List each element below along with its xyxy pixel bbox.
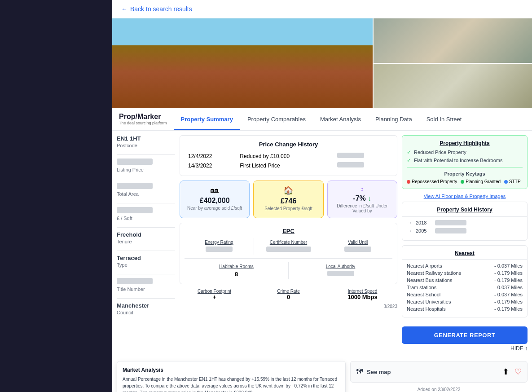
sold-price-blur-2: [435, 228, 466, 233]
highlights-title: Property Highlights: [407, 140, 523, 146]
internet-value: 1000 Mbps: [328, 294, 397, 300]
nearest-box: Nearest Nearest Airports - 0.037 Miles N…: [402, 245, 528, 317]
date-added: 3/2023: [180, 304, 397, 309]
market-analysis-text: Annual Percentage in the Manchester EN1 …: [123, 376, 340, 392]
nearest-bus-value: - 0.179 Miles: [494, 277, 523, 283]
bottom-right: 🗺 See map ⬆ ♡ Added on 23/02/2022 🛏 ROOM…: [350, 361, 528, 392]
property-images: [112, 18, 532, 108]
type-detail: Terraced Type: [117, 255, 175, 268]
tab-sold-in-street[interactable]: Sold In Street: [419, 110, 469, 130]
postcode-label: Postcode: [117, 143, 175, 148]
crime-label: Crime Rate: [254, 289, 323, 294]
sold-history-title: Property Sold History: [407, 207, 523, 213]
epc-row2: Habitable Rooms 8 Local Authority: [185, 258, 392, 279]
generate-report-button[interactable]: GENERATE REPORT: [402, 326, 528, 344]
brand-tagline: The deal sourcing platform: [119, 121, 167, 125]
internet-speed-stat: Internet Speed 1000 Mbps: [328, 289, 397, 300]
nearest-universities-label: Nearest Universities: [407, 299, 451, 304]
crime-value: 0: [254, 294, 323, 300]
type-value: Terraced: [117, 255, 175, 261]
table-row: 12/4/2022 Reduced by £10,000: [185, 151, 391, 161]
sold-year-1: 2018: [416, 220, 431, 225]
listing-price-detail: Listing Price: [117, 159, 175, 172]
epc-cert-value: [266, 247, 311, 252]
share-icon[interactable]: ⬆: [502, 367, 509, 377]
dot-blue: [504, 180, 508, 184]
nearest-tram: Tram stations - 0.037 Miles: [407, 284, 523, 291]
map-actions: ⬆ ♡: [502, 367, 522, 377]
nearest-school-value: - 0.037 Miles: [494, 292, 523, 297]
side-image-bottom[interactable]: [374, 64, 532, 108]
nearby-icon: 🏘: [185, 185, 245, 195]
tenure-value: Freehold: [117, 231, 175, 238]
nearest-airports-label: Nearest Airports: [407, 263, 442, 269]
price-row-price2: [334, 161, 391, 170]
nav-tabs: Prop/Marker The deal sourcing platform P…: [112, 108, 532, 131]
table-row: 14/3/2022 First Listed Price: [185, 161, 391, 170]
dot-green: [461, 180, 464, 184]
listing-price-label: Listing Price: [117, 167, 175, 172]
price-history-table: 12/4/2022 Reduced by £10,000 14/3/2022 F…: [185, 151, 391, 170]
nearest-railway-value: - 0.179 Miles: [494, 270, 523, 276]
epc-cert-label: Certificate Number: [256, 240, 321, 245]
sold-history-box: Property Sold History → 2018 → 2005: [402, 202, 528, 241]
sold-year-2: 2005: [416, 228, 431, 233]
floor-plan-link[interactable]: View AI Floor plan & Property Images: [402, 194, 528, 199]
nearest-airports-value: - 0.037 Miles: [494, 263, 523, 269]
epc-energy-rating: Energy Rating: [185, 238, 254, 255]
type-label: Type: [117, 262, 175, 268]
tab-property-summary[interactable]: Property Summary: [174, 110, 240, 130]
tab-market-analysis[interactable]: Market Analysis: [313, 110, 368, 130]
tab-property-comparables[interactable]: Property Comparables: [240, 110, 313, 130]
keytags-section: Property Keytags Repossessed Property Pl…: [407, 167, 523, 184]
comp-card-nearby: 🏘 £402,000 Near by average sold £/sqft: [180, 181, 250, 218]
price-history-section: Price Change History 12/4/2022 Reduced b…: [180, 135, 397, 176]
selected-icon: 🏠: [258, 185, 318, 195]
highlight-text-1: Reduced Price Property: [414, 150, 466, 155]
price-sqft-detail: £ / Sqft: [117, 207, 175, 221]
total-area-blur: [117, 183, 153, 189]
listing-price-blur: [117, 159, 153, 165]
nearest-airports: Nearest Airports - 0.037 Miles: [407, 262, 523, 269]
postcode-value: EN1 1HT: [117, 135, 175, 142]
comparison-cards: 🏘 £402,000 Near by average sold £/sqft 🏠…: [180, 181, 397, 218]
arrow-icon-1: →: [407, 220, 412, 226]
price-sqft-blur: [117, 207, 153, 213]
back-link[interactable]: ← Back to search results: [121, 5, 192, 13]
carbon-label: Carbon Footprint: [180, 289, 249, 294]
diff-label: Difference in £/sqft Under Valued by: [332, 203, 392, 213]
crime-rate-stat: Crime Rate 0: [254, 289, 323, 300]
diff-icon: ↕: [332, 185, 392, 193]
check-icon-1: ✓: [407, 149, 411, 155]
price-sqft-label: £ / Sqft: [117, 216, 175, 221]
see-map-label[interactable]: See map: [367, 369, 391, 375]
sold-row-1: → 2018: [407, 220, 523, 226]
title-number-label: Title Number: [117, 286, 175, 292]
added-date: Added on 23/02/2022: [350, 387, 528, 392]
tenure-detail: Freehold Tenure: [117, 231, 175, 244]
price-row-price: [334, 151, 391, 161]
highlights-box: Property Highlights ✓ Reduced Price Prop…: [402, 135, 528, 189]
main-property-image[interactable]: [112, 18, 373, 108]
comp-card-selected: 🏠 £746 Selected Property £/sqft: [253, 181, 323, 218]
carbon-footprint-stat: Carbon Footprint +: [180, 289, 249, 300]
bottom-row: Market Analysis Annual Percentage in the…: [112, 357, 532, 392]
keytag-repossessed: Repossessed Property: [407, 179, 457, 184]
nearest-hospitals: Nearest Hospitals - 0.179 Miles: [407, 305, 523, 313]
nearest-hospitals-value: - 0.179 Miles: [494, 306, 523, 312]
keytag-sttp: STTP: [504, 179, 521, 184]
tab-planning-data[interactable]: Planning Data: [368, 110, 419, 130]
epc-local-label: Local Authority: [290, 264, 391, 269]
nearest-universities-value: - 0.179 Miles: [494, 299, 523, 304]
hide-button[interactable]: HIDE ↑: [510, 345, 528, 352]
price-row-event: Reduced by £10,000: [237, 151, 334, 161]
selected-value: £746: [258, 197, 318, 205]
see-map-section: 🗺 See map ⬆ ♡: [350, 361, 528, 383]
carbon-value: +: [180, 294, 249, 300]
side-image-top[interactable]: [374, 18, 532, 63]
highlight-item-2: ✓ Flat with Potential to Increase Bedroo…: [407, 157, 523, 163]
favorite-icon[interactable]: ♡: [514, 367, 522, 377]
arrow-icon-2: →: [407, 228, 412, 234]
nearby-label: Near by average sold £/sqft: [185, 206, 245, 211]
nearest-railway-label: Nearest Railway stations: [407, 270, 461, 276]
